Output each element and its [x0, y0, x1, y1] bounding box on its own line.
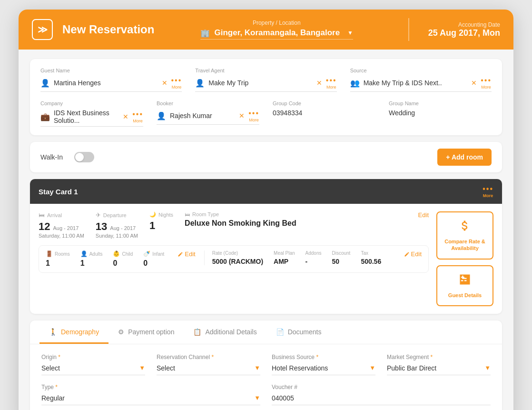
tab-additional[interactable]: 📋 Additional Details — [184, 320, 266, 344]
departure-icon: ✈ — [96, 211, 101, 219]
booker-label: Booker — [157, 100, 259, 106]
stay-card-header: Stay Card 1 ••• More — [30, 179, 502, 204]
guest-grid-row2: Company 💼 IDS Next Business Solutio... ✕… — [40, 100, 492, 127]
demog-type-row: Type * Regular ▼ Voucher # 040005 — [41, 384, 491, 405]
agent-icon: 👤 — [195, 79, 205, 88]
booker-more-btn[interactable]: ••• More — [248, 109, 259, 122]
infant-label: 🍼 Infant — [143, 250, 164, 257]
payment-tab-icon: ⚙ — [118, 328, 124, 336]
rate-code-value: 5000 (RACKMO) — [212, 258, 263, 265]
group-code-input-row[interactable]: 03948334 — [273, 109, 375, 119]
group-name-label: Group Name — [389, 100, 492, 106]
guest-details-button[interactable]: Guest Details — [436, 265, 493, 306]
rate-edit-button[interactable]: Edit — [404, 250, 422, 258]
meal-plan-label: Meal Plan — [274, 250, 295, 256]
guest-name-input-row[interactable]: 👤 Martina Henges ✕ ••• More — [40, 76, 182, 92]
booker-value: Rajesh Kumar — [170, 112, 236, 120]
documents-tab-icon: 📄 — [276, 328, 284, 336]
additional-tab-icon: 📋 — [193, 328, 201, 336]
demography-tab-label: Demography — [61, 328, 99, 336]
guest-name-clear[interactable]: ✕ — [162, 79, 167, 87]
infant-icon: 🍼 — [143, 250, 150, 257]
walk-in-toggle[interactable] — [74, 152, 94, 162]
type-label: Type * — [41, 384, 260, 390]
source-clear[interactable]: ✕ — [471, 79, 477, 87]
type-select[interactable]: Regular ▼ — [41, 394, 260, 405]
tab-demography[interactable]: 🚶 Demography — [39, 320, 108, 344]
discount-value: 50 — [332, 258, 350, 265]
company-input-row[interactable]: 💼 IDS Next Business Solutio... ✕ ••• Mor… — [40, 109, 143, 127]
guest-name-value: Martina Henges — [54, 79, 159, 87]
market-seg-required: * — [430, 354, 433, 360]
travel-agent-clear[interactable]: ✕ — [316, 79, 322, 87]
property-value-row[interactable]: 🏢 Ginger, Koramangala, Bangalore ▼ — [200, 28, 353, 40]
company-clear[interactable]: ✕ — [123, 113, 128, 120]
compare-rate-icon — [458, 219, 472, 235]
property-label: Property / Location — [253, 20, 301, 26]
stay-card-more-btn[interactable]: ••• More — [483, 185, 493, 198]
tab-payment[interactable]: ⚙ Payment option — [108, 320, 184, 344]
source-icon: 👥 — [350, 79, 360, 88]
reservation-channel-field: Reservation Channel * Select ▼ — [157, 354, 260, 375]
stay-card: Stay Card 1 ••• More 🛏 Arrival — [30, 179, 502, 314]
child-icon: 👶 — [113, 250, 120, 257]
app-container: ≫ New Reservation Property / Location 🏢 … — [19, 10, 513, 410]
tab-documents[interactable]: 📄 Documents — [266, 320, 331, 344]
market-segment-select[interactable]: Public Bar Direct ▼ — [387, 364, 491, 375]
source-more-btn[interactable]: ••• More — [481, 76, 492, 90]
guest-details-label: Guest Details — [448, 292, 482, 299]
rooms-edit-label: Edit — [185, 250, 195, 258]
meal-plan-field: Meal Plan AMP — [274, 250, 295, 265]
travel-agent-more-btn[interactable]: ••• More — [326, 76, 337, 90]
arrival-icon: 🛏 — [39, 211, 45, 219]
reservation-channel-select[interactable]: Select ▼ — [157, 364, 260, 375]
res-channel-required: * — [211, 354, 214, 360]
tax-value: 500.56 — [361, 258, 381, 265]
arrival-field: 🛏 Arrival 12 Aug - 2017 Saturday, 11:00 … — [39, 211, 84, 239]
more-label: More — [133, 119, 143, 123]
arrival-month-year: Aug - 2017 — [53, 225, 79, 231]
stay-card-more-dots-icon: ••• — [483, 185, 493, 193]
nights-label: 🌙 Nights — [149, 211, 173, 218]
header: ≫ New Reservation Property / Location 🏢 … — [19, 10, 513, 50]
company-value: IDS Next Business Solutio... — [54, 109, 120, 124]
guest-grid-row1: Guest Name 👤 Martina Henges ✕ ••• More T… — [40, 68, 492, 92]
rooms-icon: 🚪 — [46, 250, 53, 257]
adults-icon: 👤 — [80, 250, 88, 257]
documents-tab-label: Documents — [288, 328, 322, 336]
more-label: More — [172, 85, 182, 90]
booker-clear[interactable]: ✕ — [239, 112, 245, 120]
logo-symbol: ≫ — [38, 24, 48, 35]
travel-agent-label: Travel Agent — [195, 68, 336, 73]
accounting-date-section: Accounting Date 25 Aug 2017, Mon — [428, 21, 500, 38]
departure-date-row: 13 Aug - 2017 — [96, 220, 138, 233]
origin-select[interactable]: Select ▼ — [41, 364, 145, 375]
origin-required: * — [58, 354, 60, 360]
adults-value: 1 — [80, 259, 85, 268]
compare-rate-button[interactable]: Compare Rate & Availability — [436, 211, 493, 260]
demography-tab-icon: 🚶 — [49, 328, 57, 336]
source-input-row[interactable]: 👥 Make My Trip & IDS Next.. ✕ ••• More — [350, 76, 492, 92]
group-name-input-row[interactable]: Wedding — [389, 109, 492, 119]
booker-field: Booker 👤 Rajesh Kumar ✕ ••• More — [157, 100, 259, 127]
company-more-btn[interactable]: ••• More — [132, 110, 143, 123]
header-divider — [408, 18, 409, 41]
departure-date: 13 — [96, 220, 107, 233]
type-required: * — [55, 384, 58, 390]
voucher-input[interactable]: 040005 — [272, 394, 491, 405]
stay-card-title: Stay Card 1 — [39, 188, 78, 196]
addons-label: Addons — [305, 250, 322, 256]
accounting-value: 25 Aug 2017, Mon — [428, 28, 500, 38]
add-room-button[interactable]: + Add room — [437, 149, 492, 166]
room-type-field: 🛏 Room Type Deluxe Non Smoking King Bed — [185, 211, 407, 228]
discount-field: Discount 50 — [332, 250, 350, 265]
rooms-edit-button[interactable]: Edit — [177, 250, 195, 258]
rate-section: Rate (Code) 5000 (RACKMO) Meal Plan AMP … — [204, 250, 422, 265]
action-buttons: Compare Rate & Availability Guest Detail… — [436, 211, 493, 306]
dates-edit-button[interactable]: Edit — [418, 211, 429, 219]
business-source-select[interactable]: Hotel Reservations ▼ — [272, 364, 375, 375]
guest-name-more-btn[interactable]: ••• More — [171, 76, 182, 90]
booker-input-row[interactable]: 👤 Rajesh Kumar ✕ ••• More — [157, 109, 259, 125]
group-name-value: Wedding — [389, 109, 492, 117]
travel-agent-input-row[interactable]: 👤 Make My Trip ✕ ••• More — [195, 76, 336, 92]
